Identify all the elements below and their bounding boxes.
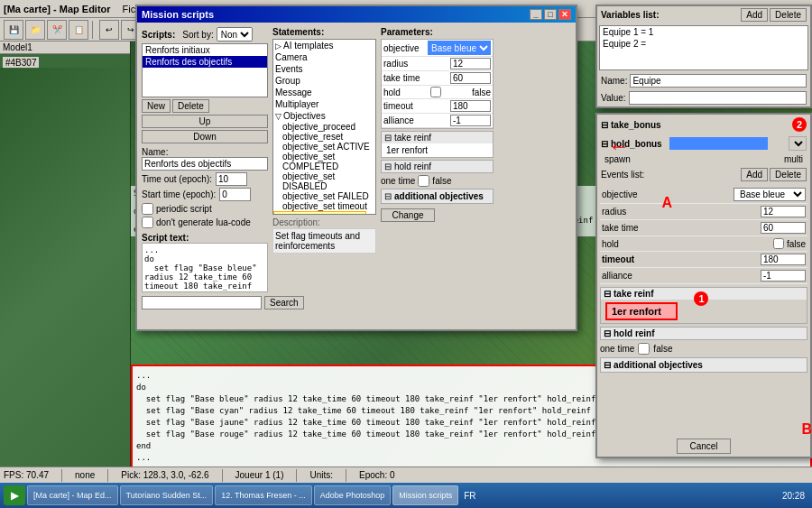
events-add-btn[interactable]: Add xyxy=(741,168,768,181)
one-time-check[interactable] xyxy=(418,175,429,187)
status-sep-3 xyxy=(222,469,223,482)
vars-value-label: Value: xyxy=(601,93,626,103)
maximize-btn[interactable]: □ xyxy=(544,9,557,20)
start-btn[interactable]: ▶ xyxy=(4,485,25,505)
collapse-add-obj-icon: ⊟ xyxy=(384,191,392,201)
mission-dialog-title: Mission scripts xyxy=(142,9,214,20)
prop-take-reinf-section: ⊟ take reinf 1 xyxy=(600,287,807,324)
num2-badge: 2 xyxy=(792,117,807,132)
prop-take-reinf-icon: ⊟ xyxy=(604,289,611,299)
vars-delete-btn[interactable]: Delete xyxy=(770,8,807,22)
hold-reinf-header[interactable]: ⊟ hold reinf xyxy=(382,161,493,172)
stmt-group[interactable]: Group xyxy=(273,75,375,87)
up-btn[interactable]: Up xyxy=(142,115,268,128)
one-time-false-label: false xyxy=(432,176,451,186)
param-objective: objective Base bleue xyxy=(382,40,493,57)
search-row: Search xyxy=(142,296,268,309)
param-timeout-input[interactable] xyxy=(450,100,491,112)
stmt-camera[interactable]: Camera xyxy=(273,51,375,63)
toolbar-btn-3[interactable]: ✂️ xyxy=(47,20,67,40)
statements-tree[interactable]: ▷AI templates Camera Events Group Messag… xyxy=(272,39,376,215)
search-input[interactable] xyxy=(142,296,262,309)
starttime-input[interactable] xyxy=(219,188,251,201)
stmt-objectives[interactable]: ▽Objectives xyxy=(273,110,375,122)
name-section: Name: xyxy=(142,147,268,171)
hold-reinf-label: hold reinf xyxy=(394,162,431,171)
vars-value-input[interactable] xyxy=(629,91,807,105)
generate-lua-check[interactable] xyxy=(142,217,153,228)
name-input[interactable] xyxy=(142,157,268,171)
stmt-multiplayer[interactable]: Multiplayer xyxy=(273,98,375,110)
sort-dropdown[interactable]: None xyxy=(217,27,253,42)
dialog-body: Scripts: Sort by: None Renforts initiaux… xyxy=(137,23,576,329)
toolbar-btn-4[interactable]: 📋 xyxy=(69,20,88,40)
script-text-label2: Script text: xyxy=(142,233,268,243)
stmt-ai[interactable]: ▷AI templates xyxy=(273,40,375,51)
param-obj-dropdown[interactable]: Base bleue xyxy=(428,41,491,55)
scripts-section: Scripts: Sort by: None Renforts initiaux… xyxy=(142,27,268,325)
stmt-obj-failed[interactable]: objective_set FAILED xyxy=(273,191,375,201)
take-reinf-header[interactable]: ⊟ take reinf xyxy=(382,132,493,143)
prop-alliance-input[interactable] xyxy=(761,270,806,282)
taskbar-item-4[interactable]: Mission scripts xyxy=(392,485,458,505)
change-btn[interactable]: Change xyxy=(381,208,435,222)
prop-timeout-input[interactable] xyxy=(761,254,806,265)
stmt-obj-proceed[interactable]: objective_proceed xyxy=(273,122,375,132)
prop-taketime-input[interactable] xyxy=(761,222,806,234)
additional-objectives-header[interactable]: ⊟ additional objectives xyxy=(382,189,493,203)
stmt-obj-active[interactable]: objective_set ACTIVE xyxy=(273,142,375,152)
take-reinf-label: take reinf xyxy=(394,133,431,143)
toolbar-btn-2[interactable]: 📁 xyxy=(25,20,45,40)
stmt-obj-disabled[interactable]: objective_set DISABLED xyxy=(273,171,375,191)
prop-add-obj-header[interactable]: ⊟ additional objectives xyxy=(601,358,807,372)
generate-lua-row: don't generate lua-code xyxy=(142,217,268,228)
prop-obj-dropdown[interactable]: Base bleue xyxy=(734,188,806,201)
param-hold-check[interactable] xyxy=(430,87,441,97)
down-btn[interactable]: Down xyxy=(142,130,268,143)
script-item-1[interactable]: Renforts des objectifs xyxy=(143,56,267,68)
taskbar-item-0[interactable]: [Ma carte] - Map Ed... xyxy=(27,485,118,505)
periodic-check[interactable] xyxy=(142,203,153,215)
vars-list[interactable]: Equipe 1 = 1 Equipe 2 = xyxy=(599,25,808,70)
events-btns: Add Delete xyxy=(741,168,807,181)
prop-hold-check[interactable] xyxy=(773,238,784,249)
vars-add-btn[interactable]: Add xyxy=(741,8,768,22)
param-taketime-input[interactable] xyxy=(450,72,491,84)
prop-radius-input[interactable] xyxy=(761,206,806,217)
prop-take-reinf-header[interactable]: ⊟ take reinf 1 xyxy=(601,288,807,300)
minimize-btn[interactable]: _ xyxy=(530,9,542,20)
param-radius-input[interactable] xyxy=(450,58,491,69)
status-sep-2 xyxy=(107,469,108,482)
prop-one-time-check[interactable] xyxy=(638,343,650,355)
cancel-btn[interactable]: Cancel xyxy=(677,439,731,454)
prop-take-reinf-input[interactable] xyxy=(605,302,678,320)
close-btn[interactable]: ✕ xyxy=(558,9,571,20)
toolbar-btn-5[interactable]: ↩ xyxy=(99,20,119,40)
stmt-message[interactable]: Message xyxy=(273,87,375,98)
stmt-obj-completed[interactable]: objective_set COMPLETED xyxy=(273,152,375,171)
toolbar-btn-1[interactable]: 💾 xyxy=(4,20,23,40)
var-item-0[interactable]: Equipe 1 = 1 xyxy=(600,26,807,38)
prop-hold-false-label: false xyxy=(787,239,806,249)
new-btn[interactable]: New xyxy=(142,99,171,113)
prop-hold-reinf-header[interactable]: ⊟ hold reinf xyxy=(601,328,807,339)
stmt-events[interactable]: Events xyxy=(273,63,375,75)
delete-btn[interactable]: Delete xyxy=(172,99,209,113)
vars-name-input[interactable] xyxy=(630,74,807,88)
var-item-1[interactable]: Equipe 2 = xyxy=(600,38,807,50)
timeout-input[interactable] xyxy=(216,172,247,186)
events-delete-btn[interactable]: Delete xyxy=(770,168,807,181)
taskbar-item-1[interactable]: Tutoriano Sudden St... xyxy=(120,485,214,505)
stmt-set-flag[interactable]: set flag xyxy=(273,211,366,215)
status-sep-1 xyxy=(61,469,62,482)
taskbar-item-2[interactable]: 12. Thomas Fresen - ... xyxy=(215,485,311,505)
param-alliance-input[interactable] xyxy=(450,115,491,126)
taskbar-item-3[interactable]: Adobe Photoshop xyxy=(314,485,392,505)
stmt-obj-reset[interactable]: objective_reset xyxy=(273,132,375,142)
timeout-row: Time out (epoch): xyxy=(142,172,268,186)
hold-bonus-dropdown[interactable] xyxy=(789,136,807,151)
annotation-2: 2 xyxy=(792,117,807,132)
script-item-0[interactable]: Renforts initiaux xyxy=(143,44,267,56)
scripts-list[interactable]: Renforts initiaux Renforts des objectifs xyxy=(142,43,268,97)
stmt-obj-timeout[interactable]: objective_set timeout xyxy=(273,201,375,211)
